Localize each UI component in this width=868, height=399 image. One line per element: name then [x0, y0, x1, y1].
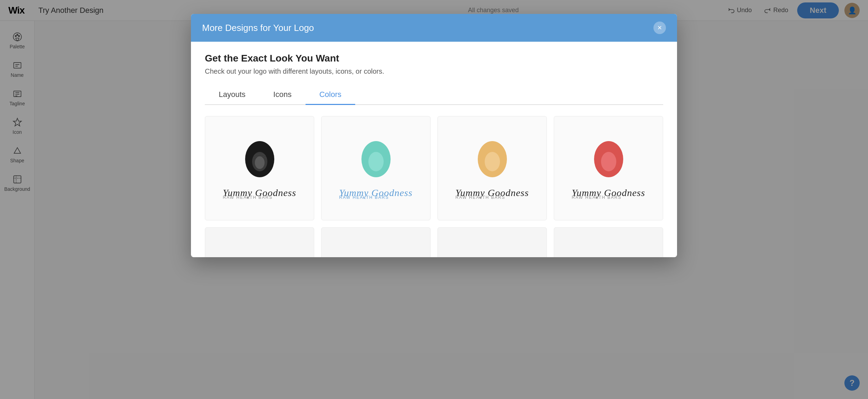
- logo-card-inner-red: Yummy Goodness Raw Health Bars: [572, 137, 645, 200]
- logo-card-empty-4[interactable]: [554, 227, 663, 257]
- logo-card-empty-3[interactable]: [437, 227, 547, 257]
- modal-header: More Designs for Your Logo ×: [191, 14, 677, 42]
- modal-body: Get the Exact Look You Want Check out yo…: [191, 42, 677, 257]
- logo-name-red: Yummy Goodness Raw Health Bars: [572, 187, 645, 200]
- logo-card-empty-2[interactable]: [321, 227, 431, 257]
- svg-point-21: [485, 152, 500, 171]
- tabs-container: Layouts Icons Colors: [205, 85, 663, 105]
- modal-title: More Designs for Your Logo: [202, 23, 314, 33]
- logo-card-black[interactable]: Yummy Goodness Raw Health Bars: [205, 116, 314, 220]
- logo-card-inner-black: Yummy Goodness Raw Health Bars: [223, 137, 296, 200]
- logo-card-red[interactable]: Yummy Goodness Raw Health Bars: [554, 116, 663, 220]
- avocado-blob-amber: [473, 137, 511, 182]
- modal: More Designs for Your Logo × Get the Exa…: [191, 14, 677, 257]
- logo-grid-row2: [205, 227, 663, 257]
- logo-card-amber[interactable]: Yummy Goodness Raw Health Bars: [437, 116, 547, 220]
- tab-layouts[interactable]: Layouts: [205, 85, 259, 105]
- modal-subheading: Check out your logo with different layou…: [205, 67, 663, 75]
- logo-name-black: Yummy Goodness Raw Health Bars: [223, 187, 296, 200]
- avocado-blob-teal: [357, 137, 395, 182]
- tab-icons[interactable]: Icons: [259, 85, 306, 105]
- logo-card-empty-1[interactable]: [205, 227, 314, 257]
- logo-name-amber: Yummy Goodness Raw Health Bars: [456, 187, 529, 200]
- logo-grid: Yummy Goodness Raw Health Bars Yummy Goo: [205, 116, 663, 220]
- avocado-blob-black: [241, 137, 279, 182]
- modal-close-button[interactable]: ×: [653, 22, 666, 34]
- svg-point-19: [368, 152, 384, 171]
- modal-overlay[interactable]: More Designs for Your Logo × Get the Exa…: [0, 0, 868, 399]
- logo-card-inner-amber: Yummy Goodness Raw Health Bars: [456, 137, 529, 200]
- logo-card-teal[interactable]: Yummy Goodness Raw Health Bars: [321, 116, 431, 220]
- svg-point-23: [601, 152, 616, 171]
- avocado-blob-red: [590, 137, 628, 182]
- svg-point-17: [255, 156, 265, 169]
- modal-heading: Get the Exact Look You Want: [205, 53, 663, 64]
- tab-colors[interactable]: Colors: [306, 85, 356, 105]
- logo-card-inner-teal: Yummy Goodness Raw Health Bars: [339, 137, 412, 200]
- logo-name-teal: Yummy Goodness Raw Health Bars: [339, 187, 412, 200]
